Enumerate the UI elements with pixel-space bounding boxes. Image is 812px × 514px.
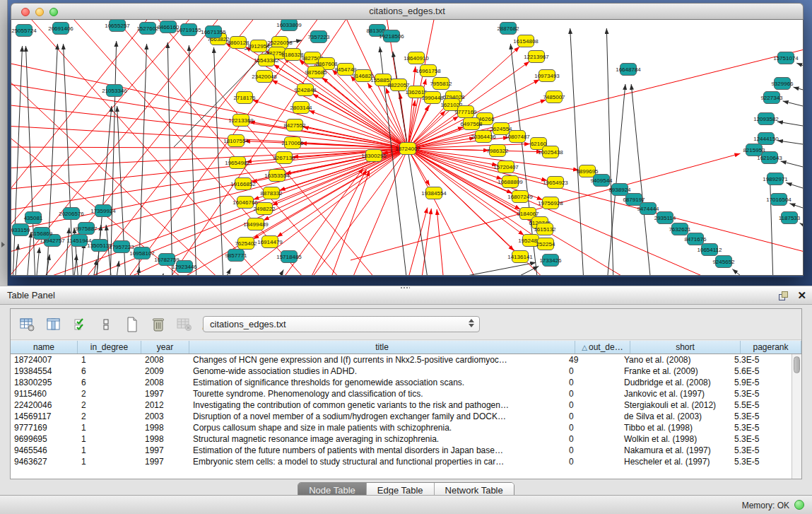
graph-node[interactable]: 9975887 — [75, 223, 98, 235]
control-panel-collapsed-strip[interactable] — [0, 0, 8, 286]
graph-node[interactable]: 9409544 — [590, 175, 613, 187]
graph-node[interactable]: 16033809 — [276, 20, 302, 31]
graph-node[interactable]: 9857771 — [225, 250, 247, 262]
table-selector-dropdown[interactable]: citations_edges.txt — [203, 316, 480, 332]
float-panel-icon[interactable] — [778, 291, 789, 301]
graph-node[interactable]: 14136141 — [507, 251, 533, 263]
graph-node[interactable]: 9329966 — [771, 78, 794, 90]
graph-node[interactable]: 2718176 — [233, 92, 256, 104]
graph-node[interactable]: 12213369 — [228, 115, 254, 127]
table-row[interactable]: 911546021997Tourette syndrome. Phenomeno… — [11, 388, 792, 399]
graph-node[interactable]: 25055724 — [11, 25, 37, 37]
select-columns-icon[interactable] — [71, 316, 88, 333]
graph-node[interactable]: 17016504 — [766, 194, 792, 206]
column-header-name[interactable]: name — [11, 341, 78, 354]
table-vertical-scrollbar[interactable] — [792, 354, 801, 479]
citation-network-graph[interactable]: 1872400776638228860128891295425226058982… — [11, 20, 803, 276]
graph-node[interactable]: 16961758 — [416, 65, 441, 77]
graph-node[interactable]: 19384554 — [421, 187, 447, 199]
graph-node[interactable]: 18107554 — [223, 135, 249, 147]
graph-node[interactable]: 2803144 — [290, 102, 312, 114]
graph-node[interactable]: 1527602 — [136, 23, 159, 35]
table-row[interactable]: 977716911998Corpus callosum shape and si… — [11, 422, 792, 433]
column-header-pagerank[interactable]: pagerank — [741, 341, 801, 354]
graph-node[interactable]: 2887682 — [497, 23, 519, 35]
column-header-in_degree[interactable]: in_degree — [78, 341, 141, 354]
table-row[interactable]: 1456911722003Disruption of a novel membe… — [11, 411, 792, 422]
graph-node[interactable]: 12093582 — [753, 113, 779, 125]
column-header-year[interactable]: year — [141, 341, 189, 354]
graph-node[interactable]: 15751074 — [773, 52, 799, 64]
table-row[interactable]: 2242004622012Investigating the contribut… — [11, 399, 792, 411]
graph-node[interactable]: 8267130 — [273, 152, 295, 164]
graph-node[interactable]: 1615132 — [534, 223, 556, 235]
graph-node[interactable]: 7625402 — [235, 238, 257, 250]
graph-node[interactable]: 8186328 — [281, 49, 304, 61]
table-row[interactable]: 1872400712008Changes of HCN gene express… — [11, 354, 792, 366]
graph-node[interactable]: 19166852 — [230, 178, 256, 190]
column-header-short[interactable]: short — [630, 341, 741, 354]
column-header-title[interactable]: title — [189, 341, 575, 354]
table-row[interactable]: 969969511998Structural magnetic resonanc… — [11, 433, 792, 445]
graph-node[interactable]: 1187533 — [779, 212, 801, 224]
graph-node[interactable]: 10719155 — [176, 24, 201, 36]
graph-node[interactable]: 7986322 — [486, 145, 509, 157]
graph-node[interactable]: 8471676 — [684, 233, 707, 245]
create-table-icon[interactable] — [124, 316, 141, 333]
graph-node[interactable]: 2935114 — [654, 212, 676, 224]
show-columns-icon[interactable] — [45, 316, 62, 333]
graph-node[interactable]: 8215953 — [743, 144, 765, 156]
network-window-titlebar[interactable]: citations_edges.txt — [11, 3, 804, 20]
graph-node[interactable]: 9474444 — [637, 203, 659, 215]
graph-node[interactable]: 6497568 — [460, 118, 483, 130]
graph-node[interactable]: 7955812 — [430, 78, 452, 90]
graph-node[interactable]: 8860128 — [227, 37, 249, 49]
table-body[interactable]: 1872400712008Changes of HCN gene express… — [11, 354, 792, 479]
graph-node[interactable]: 16648784 — [616, 64, 641, 76]
panel-resize-grip[interactable] — [400, 286, 410, 289]
table-row[interactable]: 1830029562008Estimation of significance … — [11, 377, 792, 388]
graph-node[interactable]: 20364436 — [471, 131, 496, 143]
table-row[interactable]: 946554611997Estimation of the future num… — [11, 445, 792, 456]
graph-node[interactable]: 2170066 — [281, 137, 304, 149]
zoom-window-button[interactable] — [49, 8, 58, 16]
graph-node[interactable]: 10655257 — [105, 20, 130, 32]
graph-node[interactable]: 252254 — [536, 238, 555, 250]
graph-node[interactable]: 12444150 — [753, 133, 779, 145]
graph-node[interactable]: 10654112 — [698, 244, 723, 256]
graph-node[interactable]: 19654923 — [543, 177, 568, 189]
graph-node[interactable]: 1733426 — [539, 255, 562, 267]
close-panel-icon[interactable]: ✕ — [797, 289, 806, 302]
graph-node[interactable]: 9875685 — [305, 66, 327, 78]
graph-node[interactable]: 1156869 — [31, 228, 53, 240]
expand-panel-arrow-icon[interactable] — [1, 242, 5, 247]
column-header-out_de[interactable]: △out_de… — [575, 341, 630, 354]
graph-node[interactable]: 19892971 — [763, 173, 788, 185]
graph-node[interactable]: 7632621 — [669, 223, 691, 235]
graph-node[interactable]: 15720407 — [493, 161, 519, 173]
graph-node[interactable]: 25226058 — [267, 37, 293, 49]
graph-node[interactable]: 7357223 — [307, 31, 330, 43]
network-nodes[interactable]: 1872400776638228860128891295425226058982… — [11, 20, 801, 273]
table-row[interactable]: 946362711997Embryonic stem cells: a mode… — [11, 456, 792, 467]
row-height-icon[interactable] — [98, 316, 114, 333]
table-mode-icon[interactable] — [19, 316, 36, 333]
graph-node[interactable]: 435081 — [24, 212, 43, 224]
graph-node[interactable]: 8878332 — [260, 187, 283, 199]
close-window-button[interactable] — [21, 8, 30, 16]
graph-node[interactable]: 8427552 — [283, 119, 306, 132]
graph-node[interactable]: 933159 — [11, 224, 30, 236]
graph-node[interactable]: 16154808 — [513, 35, 539, 47]
table-header-row[interactable]: namein_degreeyeartitle△out_de…shortpager… — [11, 341, 801, 354]
graph-node[interactable]: 19756928 — [538, 197, 563, 209]
memory-ok-indicator-icon[interactable] — [794, 500, 804, 510]
network-canvas[interactable]: 1872400776638228860128891295425226058982… — [11, 20, 804, 276]
graph-node[interactable]: 20206576 — [59, 208, 84, 220]
graph-node[interactable]: 9777169 — [454, 106, 477, 118]
graph-node[interactable]: 7485007 — [543, 91, 565, 103]
graph-node[interactable]: 9242848 — [294, 84, 317, 96]
scrollbar-thumb[interactable] — [794, 356, 800, 373]
graph-node[interactable]: 15718485 — [276, 251, 302, 263]
graph-node[interactable]: 20691406 — [48, 23, 73, 35]
table-row[interactable]: 1938455462009Genome-wide association stu… — [11, 366, 792, 377]
